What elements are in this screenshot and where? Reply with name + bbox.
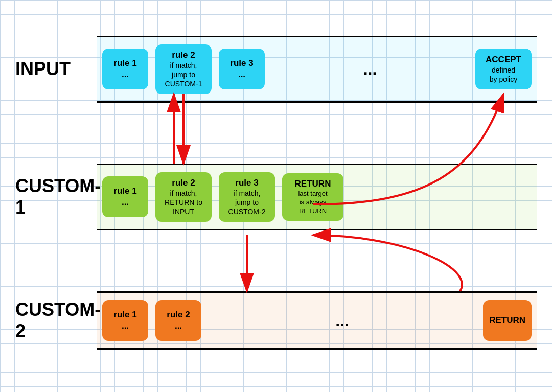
custom2-label: CUSTOM-2 xyxy=(15,299,97,342)
c2-rule2-sub: ... xyxy=(175,320,182,332)
c1-return-title: RETURN xyxy=(295,178,331,190)
input-rule2: rule 2 if match,jump toCUSTOM-1 xyxy=(155,44,212,94)
c1-rule3-sub: if match,jump toCUSTOM-2 xyxy=(228,189,266,217)
input-label: INPUT xyxy=(15,58,97,80)
diagram-container: INPUT rule 1 ... rule 2 if match,jump to… xyxy=(15,20,537,373)
input-chain-row: INPUT rule 1 ... rule 2 if match,jump to… xyxy=(15,36,537,103)
c1-return: RETURN last targetis alwaysRETURN xyxy=(282,173,343,221)
input-chain-line: rule 1 ... rule 2 if match,jump toCUSTOM… xyxy=(97,36,537,103)
c1-rule2: rule 2 if match,RETURN toINPUT xyxy=(155,172,212,222)
custom2-chain-line: rule 1 ... rule 2 ... ... RETURN xyxy=(97,291,537,350)
input-dots: ... xyxy=(272,60,468,79)
c2-rule1: rule 1 ... xyxy=(102,300,148,341)
c2-rule1-sub: ... xyxy=(122,320,129,332)
input-rule3: rule 3 ... xyxy=(219,49,265,89)
c2-rule2: rule 2 ... xyxy=(155,300,201,341)
input-rule2-sub: if match,jump toCUSTOM-1 xyxy=(165,61,202,89)
c1-rule1-sub: ... xyxy=(122,197,129,208)
c2-return: RETURN xyxy=(483,300,532,341)
custom1-chain-line: rule 1 ... rule 2 if match,RETURN toINPU… xyxy=(97,164,537,230)
input-rule1-title: rule 1 xyxy=(113,58,136,69)
c1-rule1: rule 1 ... xyxy=(102,176,148,217)
input-accept-title: ACCEPT xyxy=(486,54,521,65)
input-accept-sub: definedby policy xyxy=(490,65,517,84)
c2-return-title: RETURN xyxy=(489,315,525,326)
input-rule1-sub: ... xyxy=(122,69,129,80)
c1-rule3: rule 3 if match,jump toCUSTOM-2 xyxy=(219,172,275,222)
custom1-label: CUSTOM-1 xyxy=(15,175,97,218)
custom1-chain-row: CUSTOM-1 rule 1 ... rule 2 if match,RETU… xyxy=(15,164,537,230)
c1-rule2-sub: if match,RETURN toINPUT xyxy=(165,189,202,217)
c1-rule2-title: rule 2 xyxy=(172,177,195,189)
c1-return-sub: last targetis alwaysRETURN xyxy=(298,190,327,216)
c1-rule3-title: rule 3 xyxy=(235,177,258,189)
c1-rule1-title: rule 1 xyxy=(113,186,136,197)
input-rule3-title: rule 3 xyxy=(230,58,253,69)
input-rule3-sub: ... xyxy=(238,69,245,80)
input-accept: ACCEPT definedby policy xyxy=(475,49,532,89)
input-rule1: rule 1 ... xyxy=(102,49,148,89)
input-rule2-title: rule 2 xyxy=(172,50,195,61)
arrow-custom2-return-to-custom1 xyxy=(313,235,462,291)
c2-rule1-title: rule 1 xyxy=(113,309,136,320)
c2-dots: ... xyxy=(209,311,476,330)
custom2-chain-row: CUSTOM-2 rule 1 ... rule 2 ... ... RETUR… xyxy=(15,291,537,350)
c2-rule2-title: rule 2 xyxy=(167,309,190,320)
